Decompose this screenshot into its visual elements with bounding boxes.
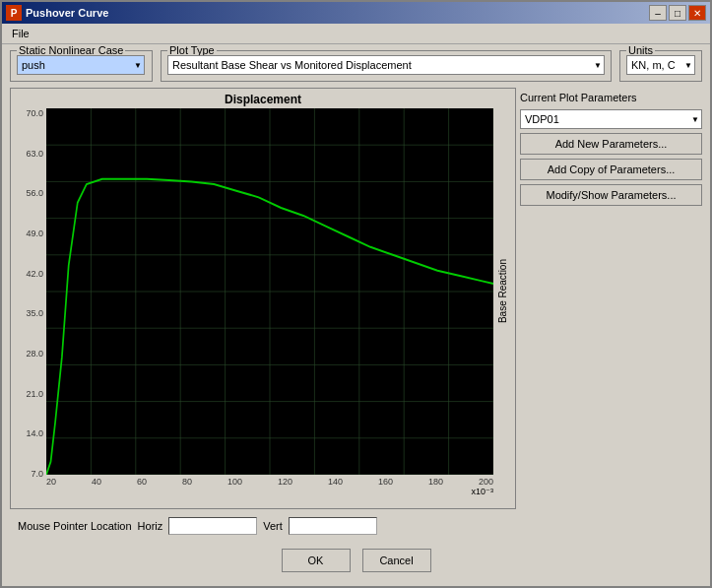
- mouse-pointer-label: Mouse Pointer Location: [18, 520, 132, 532]
- x-tick-labels: 20 40 60 80 100 120 140 160 180 200: [46, 475, 511, 487]
- vert-input[interactable]: [289, 517, 377, 535]
- chart-area: Displacement 70.0 63.0 56.0 49.0 42.0 35…: [10, 88, 702, 509]
- horiz-input[interactable]: [168, 517, 257, 535]
- file-menu[interactable]: File: [6, 26, 35, 41]
- minimize-button[interactable]: –: [649, 5, 667, 21]
- title-bar-buttons: – □ ✕: [649, 5, 706, 21]
- y-axis-label: Base Reaction: [497, 259, 508, 323]
- pushover-chart: [46, 108, 493, 475]
- current-plot-select-wrapper: VDP01: [520, 109, 702, 129]
- static-case-group: Static Nonlinear Case push: [10, 50, 153, 82]
- static-case-select[interactable]: push: [17, 55, 145, 75]
- plot-type-select-wrapper: Resultant Base Shear vs Monitored Displa…: [167, 55, 605, 75]
- title-bar: P Pushover Curve – □ ✕: [2, 2, 710, 24]
- ok-button[interactable]: OK: [282, 549, 351, 572]
- title-bar-left: P Pushover Curve: [6, 5, 108, 21]
- current-plot-select[interactable]: VDP01: [520, 109, 702, 129]
- close-button[interactable]: ✕: [688, 5, 706, 21]
- add-new-parameters-button[interactable]: Add New Parameters...: [520, 133, 702, 155]
- right-panel: Current Plot Parameters VDP01 Add New Pa…: [520, 88, 702, 509]
- top-controls: Static Nonlinear Case push Plot Type Res…: [10, 50, 702, 82]
- bottom-buttons: OK Cancel: [10, 543, 702, 580]
- menu-bar: File: [2, 24, 710, 44]
- modify-show-parameters-button[interactable]: Modify/Show Parameters...: [520, 184, 702, 206]
- window-title: Pushover Curve: [26, 7, 108, 19]
- x-axis-area: 20 40 60 80 100 120 140 160 180 200: [46, 475, 511, 496]
- units-select[interactable]: KN, m, C: [626, 55, 695, 75]
- plot-type-select[interactable]: Resultant Base Shear vs Monitored Displa…: [167, 55, 605, 75]
- main-content: Static Nonlinear Case push Plot Type Res…: [2, 44, 710, 586]
- svg-chart-container: [46, 108, 493, 475]
- units-select-wrapper: KN, m, C: [626, 55, 695, 75]
- pushover-curve-window: P Pushover Curve – □ ✕ File Static Nonli…: [0, 0, 712, 588]
- bottom-bar: Mouse Pointer Location Horiz Vert: [10, 515, 702, 537]
- current-plot-label: Current Plot Parameters: [520, 92, 702, 103]
- x-axis-scale-label: x10⁻³: [46, 487, 511, 496]
- horiz-label: Horiz: [138, 520, 163, 532]
- static-case-select-wrapper: push: [17, 55, 145, 75]
- plot-column: Base Reaction 20 40 60 80 100 120: [46, 108, 511, 496]
- y-axis-ticks: 70.0 63.0 56.0 49.0 42.0 35.0 28.0 21.0 …: [15, 108, 46, 496]
- plot-row: Base Reaction: [46, 108, 511, 475]
- vert-label: Vert: [263, 520, 283, 532]
- window-icon: P: [6, 5, 22, 21]
- chart-title: Displacement: [15, 93, 511, 106]
- maximize-button[interactable]: □: [669, 5, 686, 21]
- cancel-button[interactable]: Cancel: [362, 549, 431, 572]
- chart-body: 70.0 63.0 56.0 49.0 42.0 35.0 28.0 21.0 …: [15, 108, 511, 496]
- y-axis-label-container: Base Reaction: [493, 108, 511, 475]
- chart-container: Displacement 70.0 63.0 56.0 49.0 42.0 35…: [10, 88, 516, 509]
- add-copy-parameters-button[interactable]: Add Copy of Parameters...: [520, 159, 702, 180]
- plot-type-group: Plot Type Resultant Base Shear vs Monito…: [161, 50, 612, 82]
- units-group: Units KN, m, C: [619, 50, 702, 82]
